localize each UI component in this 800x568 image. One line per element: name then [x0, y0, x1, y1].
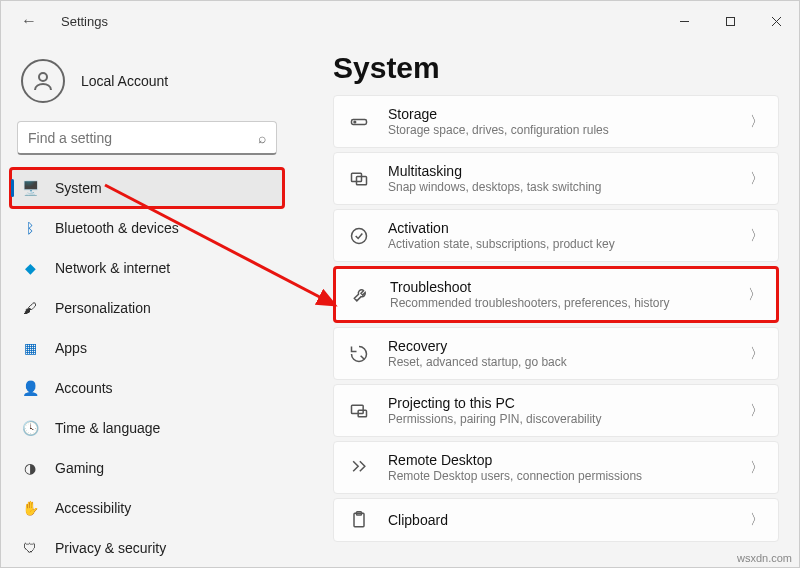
page-title: System: [333, 51, 779, 85]
nav-label: Personalization: [55, 300, 151, 316]
watermark: wsxdn.com: [737, 552, 792, 564]
setting-desc: Reset, advanced startup, go back: [388, 355, 732, 369]
svg-rect-1: [726, 17, 734, 25]
close-icon: [771, 16, 782, 27]
person-icon: [31, 69, 55, 93]
nav-label: Accessibility: [55, 500, 131, 516]
chevron-right-icon: 〉: [750, 459, 764, 477]
setting-item-clipboard[interactable]: Clipboard〉: [333, 498, 779, 542]
setting-item-projecting-to-this-pc[interactable]: Projecting to this PCPermissions, pairin…: [333, 384, 779, 437]
nav-label: Bluetooth & devices: [55, 220, 179, 236]
nav-icon: 🖌: [21, 299, 39, 317]
nav-label: Accounts: [55, 380, 113, 396]
nav-item-accounts[interactable]: 👤Accounts: [11, 369, 283, 407]
nav-icon: 🖥️: [21, 179, 39, 197]
setting-item-troubleshoot[interactable]: TroubleshootRecommended troubleshooters,…: [333, 266, 779, 323]
sidebar: Local Account ⌕ 🖥️SystemᛒBluetooth & dev…: [1, 41, 293, 567]
nav-icon: ▦: [21, 339, 39, 357]
chevron-right-icon: 〉: [750, 345, 764, 363]
setting-item-multitasking[interactable]: MultitaskingSnap windows, desktops, task…: [333, 152, 779, 205]
setting-desc: Snap windows, desktops, task switching: [388, 180, 732, 194]
setting-desc: Permissions, pairing PIN, discoverabilit…: [388, 412, 732, 426]
nav-item-gaming[interactable]: ◑Gaming: [11, 449, 283, 487]
svg-point-9: [352, 228, 367, 243]
chevron-right-icon: 〉: [750, 511, 764, 529]
nav-icon: 👤: [21, 379, 39, 397]
nav-item-personalization[interactable]: 🖌Personalization: [11, 289, 283, 327]
svg-rect-10: [352, 405, 364, 413]
minimize-button[interactable]: [661, 1, 707, 41]
setting-desc: Recommended troubleshooters, preferences…: [390, 296, 730, 310]
nav-label: Gaming: [55, 460, 104, 476]
storage-icon: [348, 111, 370, 133]
chevron-right-icon: 〉: [750, 227, 764, 245]
nav-icon: ᛒ: [21, 219, 39, 237]
setting-item-remote-desktop[interactable]: Remote DesktopRemote Desktop users, conn…: [333, 441, 779, 494]
back-button[interactable]: ←: [17, 9, 41, 33]
maximize-icon: [725, 16, 736, 27]
nav-icon: ◆: [21, 259, 39, 277]
setting-title: Troubleshoot: [390, 279, 730, 295]
setting-desc: Activation state, subscriptions, product…: [388, 237, 732, 251]
main-panel: System StorageStorage space, drives, con…: [293, 41, 799, 567]
nav-label: Time & language: [55, 420, 160, 436]
nav-icon: 🛡: [21, 539, 39, 557]
setting-item-storage[interactable]: StorageStorage space, drives, configurat…: [333, 95, 779, 148]
setting-title: Storage: [388, 106, 732, 122]
setting-desc: Storage space, drives, configuration rul…: [388, 123, 732, 137]
window-controls: [661, 1, 799, 41]
settings-list: StorageStorage space, drives, configurat…: [333, 95, 779, 542]
minimize-icon: [679, 16, 690, 27]
activation-icon: [348, 225, 370, 247]
setting-title: Clipboard: [388, 512, 732, 528]
maximize-button[interactable]: [707, 1, 753, 41]
close-button[interactable]: [753, 1, 799, 41]
nav-item-apps[interactable]: ▦Apps: [11, 329, 283, 367]
titlebar: ← Settings: [1, 1, 799, 41]
nav-item-network-internet[interactable]: ◆Network & internet: [11, 249, 283, 287]
recovery-icon: [348, 343, 370, 365]
setting-item-recovery[interactable]: RecoveryReset, advanced startup, go back…: [333, 327, 779, 380]
chevron-right-icon: 〉: [748, 286, 762, 304]
svg-point-6: [354, 121, 356, 123]
nav-label: Privacy & security: [55, 540, 166, 556]
chevron-right-icon: 〉: [750, 402, 764, 420]
nav-item-bluetooth-devices[interactable]: ᛒBluetooth & devices: [11, 209, 283, 247]
nav-item-system[interactable]: 🖥️System: [11, 169, 283, 207]
svg-point-4: [39, 73, 47, 81]
nav-label: System: [55, 180, 102, 196]
nav-icon: ✋: [21, 499, 39, 517]
setting-title: Recovery: [388, 338, 732, 354]
setting-title: Projecting to this PC: [388, 395, 732, 411]
window-title: Settings: [61, 14, 108, 29]
setting-title: Remote Desktop: [388, 452, 732, 468]
nav-item-time-language[interactable]: 🕓Time & language: [11, 409, 283, 447]
nav-label: Network & internet: [55, 260, 170, 276]
account-section[interactable]: Local Account: [11, 49, 283, 121]
account-name: Local Account: [81, 73, 168, 89]
avatar: [21, 59, 65, 103]
chevron-right-icon: 〉: [750, 170, 764, 188]
search-icon: ⌕: [258, 130, 266, 146]
chevron-right-icon: 〉: [750, 113, 764, 131]
nav-icon: ◑: [21, 459, 39, 477]
nav-label: Apps: [55, 340, 87, 356]
search-box[interactable]: ⌕: [17, 121, 277, 155]
nav-list: 🖥️SystemᛒBluetooth & devices◆Network & i…: [11, 169, 283, 567]
nav-item-accessibility[interactable]: ✋Accessibility: [11, 489, 283, 527]
troubleshoot-icon: [350, 284, 372, 306]
setting-desc: Remote Desktop users, connection permiss…: [388, 469, 732, 483]
setting-title: Activation: [388, 220, 732, 236]
setting-title: Multitasking: [388, 163, 732, 179]
multitasking-icon: [348, 168, 370, 190]
remote-icon: [348, 457, 370, 479]
projecting-icon: [348, 400, 370, 422]
nav-item-privacy-security[interactable]: 🛡Privacy & security: [11, 529, 283, 567]
clipboard-icon: [348, 509, 370, 531]
nav-icon: 🕓: [21, 419, 39, 437]
search-input[interactable]: [28, 130, 258, 146]
setting-item-activation[interactable]: ActivationActivation state, subscription…: [333, 209, 779, 262]
